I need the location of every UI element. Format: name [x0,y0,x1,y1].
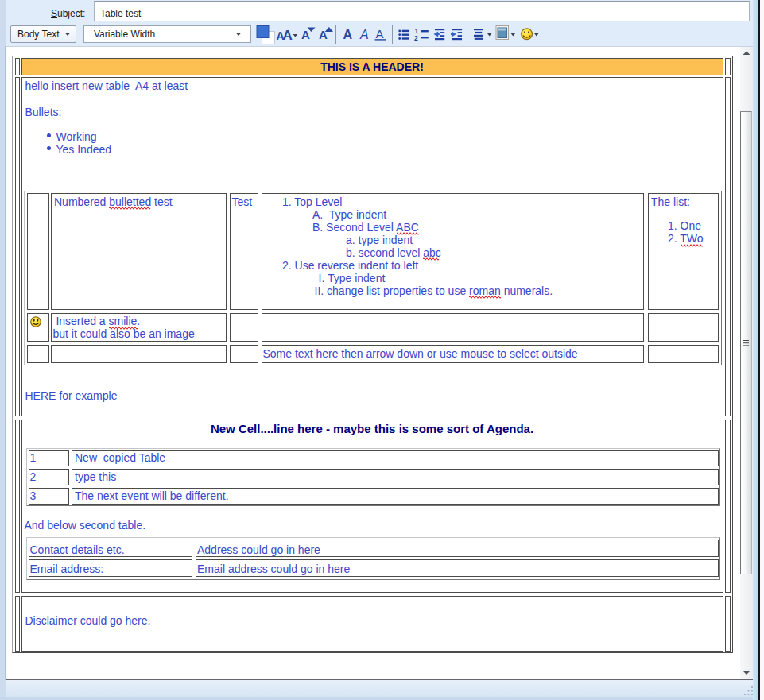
svg-text:A: A [301,28,310,41]
svg-text:A: A [343,28,353,41]
svg-text:2: 2 [414,34,418,42]
svg-text:A: A [319,28,328,41]
svg-text:A: A [283,28,293,43]
svg-text:A: A [376,27,384,41]
svg-text:A: A [359,28,369,41]
